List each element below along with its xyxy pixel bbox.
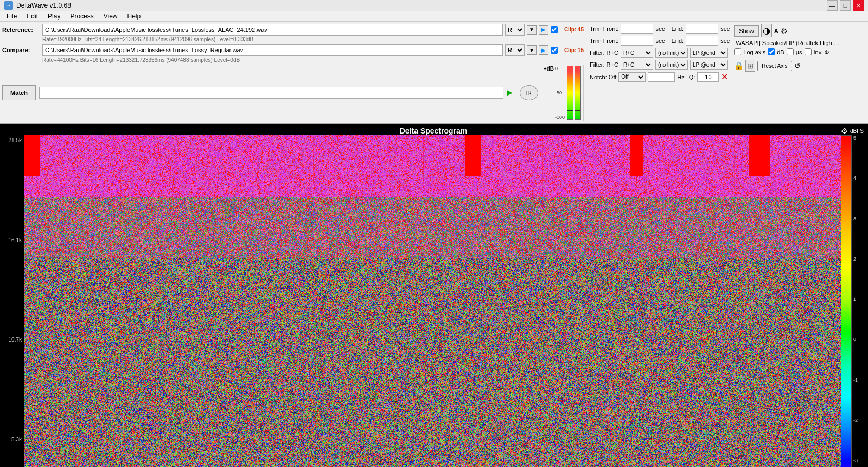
notch-row: Notch: Off Off Hz Q: ✕ xyxy=(590,72,730,82)
compare-checkbox[interactable] xyxy=(551,47,558,54)
top-wrapper: Reference: RLL+R ▼ ▶ Clip: 45 Rate=19200… xyxy=(0,22,868,124)
reference-label: Reference: xyxy=(2,27,40,33)
cs-m2: -2 xyxy=(853,418,858,423)
compare-path[interactable] xyxy=(42,44,503,56)
db-label: +dB xyxy=(544,66,554,72)
cs-0: 0 xyxy=(853,337,858,342)
settings-icon[interactable]: ⚙ xyxy=(781,27,788,35)
cs-1: 1 xyxy=(853,296,858,302)
compare-channel-select[interactable]: RLL+R xyxy=(505,44,525,56)
filter-select2[interactable]: R+C xyxy=(621,60,653,70)
us-checkbox[interactable] xyxy=(787,48,794,55)
right-top-row: Trim Front: sec End: sec Trim Front: sec… xyxy=(590,24,865,82)
reference-path[interactable] xyxy=(42,24,503,36)
reference-arrow-icon[interactable]: ▼ xyxy=(527,25,537,35)
match-button[interactable]: Match xyxy=(2,85,36,100)
trim-front-row: Trim Front: sec End: sec xyxy=(590,24,730,34)
compare-clip: Clip: 15 xyxy=(564,47,584,53)
filter-label1: Filter: R+C xyxy=(590,49,618,56)
menu-file[interactable]: File xyxy=(2,11,21,21)
notch-clear-icon[interactable]: ✕ xyxy=(721,72,728,82)
freq-label-21k: 21.5k xyxy=(9,137,22,143)
hz-label: Hz xyxy=(677,74,684,80)
q-input[interactable] xyxy=(697,72,719,82)
menu-process[interactable]: Process xyxy=(66,11,98,21)
freq-label-10k: 10.7k xyxy=(9,337,22,343)
compare-arrow-icon[interactable]: ▼ xyxy=(527,45,537,55)
settings-sliders-icon[interactable]: ⚙ xyxy=(841,127,848,135)
refresh-icon[interactable]: ↺ xyxy=(794,61,801,70)
meters xyxy=(567,66,581,120)
end-label1: End: xyxy=(672,26,684,32)
progress-bar xyxy=(39,87,503,99)
reference-row: Reference: RLL+R ▼ ▶ Clip: 45 xyxy=(2,23,584,36)
title-bar-buttons: — □ ✕ xyxy=(827,0,864,11)
reference-clip: Clip: 45 xyxy=(564,27,584,33)
ir-button[interactable]: IR xyxy=(520,85,538,100)
app-icon: ~ xyxy=(4,1,13,10)
db-meter-area: 0 -50 -100 xyxy=(555,66,581,120)
db-checkbox[interactable] xyxy=(768,48,775,55)
controls-row: Match ▶ IR +dB 0 -50 -100 xyxy=(2,64,584,122)
trim-front-row2: Trim Front: sec End: sec xyxy=(590,36,730,46)
q-label: Q: xyxy=(689,74,695,80)
show-row: Show ◑ A ⚙ xyxy=(734,24,843,37)
invphi-label: Inv. Φ xyxy=(814,49,829,55)
title-bar-left: ~ DeltaWave v1.0.68 xyxy=(4,1,71,10)
lp-select2[interactable]: LP @end xyxy=(690,60,728,70)
freq-label-5k: 5.3k xyxy=(11,437,22,443)
meter-2 xyxy=(575,66,581,120)
reference-checkbox[interactable] xyxy=(551,26,558,33)
app-window: ~ DeltaWave v1.0.68 — □ ✕ File Edit Play… xyxy=(0,0,868,467)
compare-play-button[interactable]: ▶ xyxy=(539,45,548,55)
menu-edit[interactable]: Edit xyxy=(22,11,42,21)
end-input2[interactable] xyxy=(686,36,718,46)
nolimit-select2[interactable]: (no limit) xyxy=(655,60,688,70)
maximize-button[interactable]: □ xyxy=(840,0,851,11)
logaxis-checkbox[interactable] xyxy=(734,48,741,55)
end-sec1: sec xyxy=(720,26,730,32)
lp-select1[interactable]: LP @end xyxy=(690,48,728,58)
nolimit-select1[interactable]: (no limit) xyxy=(655,48,688,58)
checkbox-row1: Log axis dB µs Inv. Φ xyxy=(734,48,843,55)
layout-icon[interactable]: ⊞ xyxy=(745,60,755,72)
menu-help[interactable]: Help xyxy=(123,11,145,21)
reference-meta: Rate=192000Hz Bits=24 Length=213426.2131… xyxy=(2,36,584,43)
db-val-100: -100 xyxy=(555,115,565,120)
color-scale-inner: 5 4 3 2 1 0 -1 -2 -3 -4 -5 xyxy=(841,135,868,467)
minimize-button[interactable]: — xyxy=(827,0,838,11)
color-bar xyxy=(841,135,852,467)
meter-cursor-2 xyxy=(575,110,580,111)
end-input1[interactable] xyxy=(686,24,718,34)
trim-front-label: Trim Front: xyxy=(590,26,618,32)
close-button[interactable]: ✕ xyxy=(853,0,864,11)
reference-play-button[interactable]: ▶ xyxy=(539,25,548,35)
notch-hz-input[interactable] xyxy=(648,72,675,82)
spectrogram-controls: ⚙ dBFS xyxy=(841,127,864,135)
cs-5: 5 xyxy=(853,135,858,141)
compare-meta: Rate=44100Hz Bits=16 Length=213321.72335… xyxy=(2,57,584,64)
menu-play[interactable]: Play xyxy=(43,11,65,21)
invphi-checkbox[interactable] xyxy=(805,48,812,55)
trim-front-input2[interactable] xyxy=(621,36,653,46)
reference-channel-select[interactable]: RLL+R xyxy=(505,24,525,36)
notch-select[interactable]: Off xyxy=(618,72,646,82)
trim-front-input1[interactable] xyxy=(621,24,653,34)
us-check-label: µs xyxy=(796,49,802,55)
db-area: +dB 0 -50 -100 xyxy=(541,65,584,121)
end-sec2: sec xyxy=(720,37,730,44)
spectrogram-title: Delta Spectrogram xyxy=(26,127,841,135)
reset-axis-button[interactable]: Reset Axis xyxy=(757,61,792,71)
trim-filter-col: Trim Front: sec End: sec Trim Front: sec… xyxy=(590,24,730,82)
lock-icon[interactable]: 🔒 xyxy=(734,61,743,70)
output-col: Show ◑ A ⚙ [WASAPI] Speaker/HP (Realtek … xyxy=(734,24,843,82)
filter-select1[interactable]: R+C xyxy=(621,48,653,58)
filter-row2: Filter: R+C R+C (no limit) LP @end xyxy=(590,60,730,70)
menu-bar: File Edit Play Process View Help xyxy=(0,11,868,22)
show-button[interactable]: Show xyxy=(734,25,759,37)
menu-view[interactable]: View xyxy=(99,11,122,21)
contrast-icon[interactable]: ◑ xyxy=(761,24,772,37)
window-title: DeltaWave v1.0.68 xyxy=(16,2,71,9)
main-play-button[interactable]: ▶ xyxy=(507,88,516,98)
color-scale-area: 5 4 3 2 1 0 -1 -2 -3 -4 -5 xyxy=(841,135,868,467)
